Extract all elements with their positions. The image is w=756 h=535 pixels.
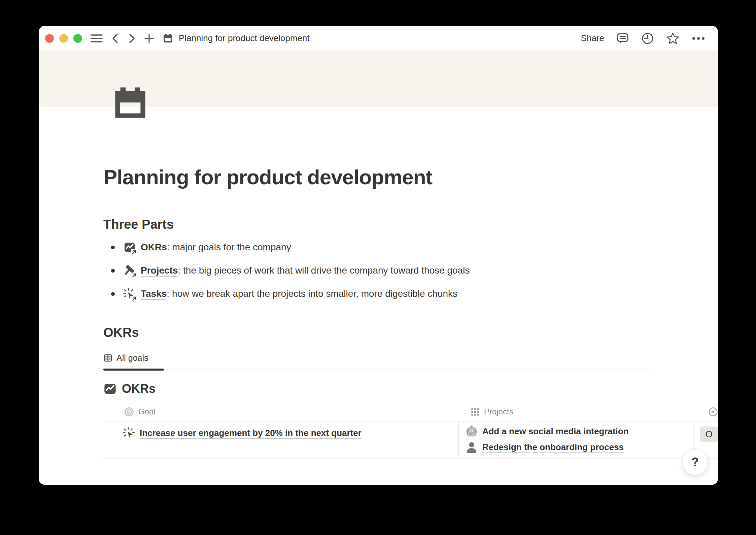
database-view-tabs: All goals [103,353,654,370]
list-item: OKRs: major goals for the company [103,241,718,253]
projects-page-link[interactable]: Projects [141,265,178,276]
bullet-dot [111,269,115,273]
zoom-window-button[interactable] [73,34,82,43]
tasks-page-link[interactable]: Tasks [141,288,167,299]
comments-icon[interactable] [616,32,629,45]
breadcrumb-page-title[interactable]: Planning for product development [179,33,310,43]
project-page-link[interactable]: Redesign the onboarding process [482,442,624,452]
more-options-icon[interactable] [692,36,705,40]
goal-page-link[interactable]: Increase user engagement by 20% in the n… [140,428,362,438]
list-item-rest: : the big pieces of work that will drive… [178,265,470,276]
bullet-dot [111,246,115,249]
list-item: Tasks: how we break apart the projects i… [103,288,718,300]
column-header-projects[interactable]: Projects [464,407,703,416]
okrs-page-link[interactable]: OKRs [141,242,167,252]
target-icon [124,407,134,417]
table-header-row: Goal Projects [103,403,718,421]
status-badge[interactable]: O [700,427,718,442]
list-item-text: Projects: the big pieces of work that wi… [141,265,470,276]
updates-clock-icon[interactable] [641,32,654,45]
forward-icon[interactable] [128,33,136,44]
chart-box-link-icon [124,241,136,253]
favorite-star-icon[interactable] [666,32,680,45]
link-arrow-icon [131,273,137,278]
column-header-goal[interactable]: Goal [103,407,464,417]
link-arrow-icon [131,296,137,302]
list-item-rest: : major goals for the company [167,242,291,252]
table-view-icon [103,353,112,363]
link-arrow-icon [131,249,137,255]
back-icon[interactable] [111,33,119,44]
robot-emoji [465,425,478,438]
titlebar: Planning for product development Share [39,26,718,51]
close-window-button[interactable] [45,34,54,43]
page-calendar-icon [163,33,173,44]
list-item: Projects: the big pieces of work that wi… [103,264,718,277]
share-button[interactable]: Share [581,33,604,43]
page-title[interactable]: Planning for product development [103,107,718,189]
column-header-status[interactable] [703,407,718,417]
project-page-link[interactable]: Add a new social media integration [482,426,629,437]
list-item-rest: : how we break apart the projects into s… [167,288,457,299]
list-item-text: Tasks: how we break apart the projects i… [141,288,457,299]
table-row: Increase user engagement by 20% in the n… [103,421,718,459]
burst-link-icon [124,288,136,300]
traffic-lights [45,34,82,43]
page-icon-calendar[interactable] [111,84,149,123]
tab-all-goals[interactable]: All goals [103,353,164,370]
select-chevron-circle-icon [708,407,718,417]
grid-icon [471,407,480,416]
person-silhouette-emoji [465,441,478,453]
linked-database-title[interactable]: OKRs [103,382,718,396]
goal-cell[interactable]: Increase user engagement by 20% in the n… [103,421,459,458]
minimize-window-button[interactable] [59,34,68,43]
database-title-text: OKRs [122,382,156,396]
three-parts-list: OKRs: major goals for the company Projec… [103,241,718,300]
heading-three-parts[interactable]: Three Parts [103,217,718,232]
hammer-link-icon [124,264,136,277]
chart-box-icon [103,382,117,396]
column-header-label: Goal [138,407,156,416]
burst-cursor-icon [123,427,135,439]
notion-window: Planning for product development Share P… [39,26,718,485]
new-page-plus-icon[interactable] [144,34,154,43]
list-item-text: OKRs: major goals for the company [141,242,291,253]
sidebar-menu-icon[interactable] [91,33,103,44]
help-button[interactable]: ? [682,449,708,475]
okrs-table: Goal Projects Increase user engagement b… [103,403,718,459]
column-header-label: Projects [484,407,513,416]
projects-cell[interactable]: Add a new social media integration Redes… [459,421,694,458]
bullet-dot [111,292,115,296]
tab-label: All goals [116,353,148,363]
page-content: Planning for product development Three P… [39,107,718,459]
heading-okrs[interactable]: OKRs [103,325,718,340]
